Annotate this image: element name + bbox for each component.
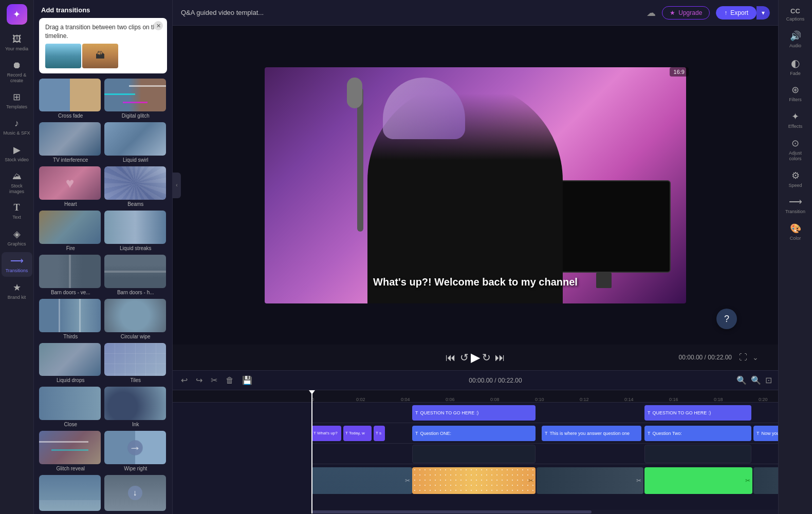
- transition-barn-doors-v[interactable]: Barn doors - ve...: [39, 255, 102, 297]
- header-actions: ☁ ★ Upgrade ↑ Export ▾: [647, 6, 770, 20]
- export-dropdown-button[interactable]: ▾: [756, 6, 770, 20]
- title-clip-2[interactable]: T QUESTION TO GO HERE :): [644, 405, 751, 421]
- sidebar-item-stock-video[interactable]: ▶ Stock video: [2, 141, 32, 166]
- transition-icon: ⟶: [789, 196, 802, 207]
- right-nav-label: Captions: [786, 16, 805, 22]
- fullscreen-button[interactable]: ⛶: [739, 353, 747, 362]
- video-clip-2[interactable]: ✂: [412, 467, 536, 494]
- subtitle-clip-4[interactable]: T Question ONE:: [412, 426, 536, 441]
- captions-icon: CC: [790, 7, 800, 15]
- subtitle-clip-2[interactable]: T Today, w: [343, 426, 372, 441]
- sidebar-item-stock-images[interactable]: ⛰ Stock images: [2, 168, 32, 198]
- video-clip-1[interactable]: ✂: [311, 467, 412, 494]
- transition-heart[interactable]: ♥ Heart: [39, 166, 102, 208]
- subtitle-clip-7[interactable]: T Now you have the ha...: [753, 426, 778, 441]
- video-clip-4[interactable]: ✂: [644, 467, 752, 494]
- sidebar-item-music-sfx[interactable]: ♪ Music & SFX: [2, 115, 32, 139]
- transition-liquid-streaks[interactable]: Liquid streaks: [104, 211, 168, 253]
- skip-back-button[interactable]: ⏮: [444, 350, 458, 366]
- save-button[interactable]: 💾: [240, 374, 254, 386]
- ruler-mark-020: 0:20: [759, 397, 768, 402]
- zoom-out-button[interactable]: 🔍: [736, 375, 747, 385]
- t-icon: T: [415, 431, 418, 436]
- video-preview-area: What's up?! Welcome back to my channel 1…: [173, 26, 778, 345]
- transition-digital-glitch[interactable]: Digital glitch: [104, 79, 168, 121]
- cut-button[interactable]: ✂: [209, 374, 219, 386]
- transition-arrow-down[interactable]: ↓: [104, 475, 168, 514]
- transition-thirds[interactable]: Thirds: [39, 299, 102, 341]
- title-clip-1[interactable]: T QUESTION TO GO HERE :): [412, 405, 536, 421]
- video-clip-3[interactable]: ✂: [537, 467, 643, 494]
- panel-collapse-button[interactable]: ‹: [173, 173, 181, 198]
- play-pause-button[interactable]: ▶: [471, 350, 480, 365]
- right-nav-transition[interactable]: ⟶ Transition: [780, 193, 811, 218]
- right-nav-speed[interactable]: ⊙ Adjustcolors: [780, 135, 811, 165]
- transition-bottom[interactable]: [39, 475, 102, 514]
- right-nav-adjust-colors[interactable]: ⚙ Speed: [780, 167, 811, 192]
- timeline-scrollbar[interactable]: [311, 510, 778, 514]
- delete-button[interactable]: 🗑: [224, 375, 236, 386]
- video-preview: What's up?! Welcome back to my channel: [265, 67, 686, 303]
- sidebar-item-your-media[interactable]: 🖼 Your media: [2, 31, 32, 55]
- transition-label: Liquid streaks: [104, 244, 168, 253]
- ruler-mark-004: 0:04: [401, 397, 410, 402]
- transition-ink[interactable]: Ink: [104, 387, 168, 429]
- fit-timeline-button[interactable]: ⊡: [765, 375, 772, 385]
- subtitle-clip-1[interactable]: T What's up?: [311, 426, 341, 441]
- expand-down-icon[interactable]: ⌄: [752, 353, 759, 361]
- transition-wipe-right[interactable]: → Wipe right: [104, 431, 168, 473]
- transition-tiles[interactable]: Tiles: [104, 343, 168, 385]
- right-nav-effects[interactable]: ✦ Effects: [780, 108, 811, 132]
- sidebar-item-text[interactable]: T Text: [2, 199, 32, 223]
- transition-liquid-swirl[interactable]: Liquid swirl: [104, 122, 168, 164]
- transition-tv-interference[interactable]: TV interference: [39, 122, 102, 164]
- transition-circular-wipe[interactable]: Circular wipe: [104, 299, 168, 341]
- right-nav-color[interactable]: 🎨 Color: [780, 220, 811, 244]
- stock-images-icon: ⛰: [12, 171, 22, 182]
- title-text-2: QUESTION TO GO HERE :): [653, 410, 711, 415]
- transition-fire[interactable]: Fire: [39, 211, 102, 253]
- video-subtitle-text: What's up?! Welcome back to my channel: [373, 276, 578, 288]
- transition-glitch-reveal[interactable]: Glitch reveal: [39, 431, 102, 473]
- undo-button[interactable]: ↩: [179, 374, 190, 386]
- app-logo[interactable]: ✦: [7, 4, 27, 25]
- help-button[interactable]: ?: [716, 309, 737, 329]
- upgrade-button[interactable]: ★ Upgrade: [662, 6, 710, 20]
- record-create-icon: ⏺: [12, 60, 22, 71]
- mic-head: [347, 78, 362, 108]
- rewind-button[interactable]: ↺: [458, 349, 471, 366]
- panel-title: Add transitions: [34, 0, 172, 18]
- right-nav-filters[interactable]: ⊛ Filters: [780, 81, 811, 106]
- ruler-mark-002: 0:02: [356, 397, 365, 402]
- fast-forward-button[interactable]: ↻: [480, 349, 493, 366]
- subtitle-clip-5[interactable]: T This is where you answer question one: [542, 426, 641, 441]
- right-nav-audio[interactable]: 🔊 Audio: [780, 27, 811, 52]
- video-clip-5[interactable]: ✂: [753, 467, 778, 494]
- scrollbar-thumb[interactable]: [311, 510, 592, 513]
- transition-cross-fade[interactable]: Cross fade: [39, 79, 102, 121]
- sidebar-item-brand-kit[interactable]: ★ Brand kit: [2, 279, 32, 303]
- transition-close[interactable]: Close: [39, 387, 102, 429]
- skip-forward-button[interactable]: ⏭: [493, 350, 507, 366]
- tooltip-close-button[interactable]: ✕: [154, 21, 163, 30]
- sidebar-item-record-create[interactable]: ⏺ Record &create: [2, 57, 32, 87]
- right-nav-fade[interactable]: ◐ Fade: [780, 54, 811, 80]
- redo-button[interactable]: ↪: [194, 374, 205, 386]
- transition-barn-doors-h[interactable]: Barn doors - h...: [104, 255, 168, 297]
- empty-clip-1: [412, 445, 536, 463]
- subtitle-clip-3[interactable]: T s: [374, 426, 385, 441]
- transition-liquid-drops[interactable]: Liquid drops: [39, 343, 102, 385]
- right-nav-captions[interactable]: CC Captions: [780, 4, 811, 25]
- cloud-sync-icon[interactable]: ☁: [647, 7, 656, 18]
- transition-beams[interactable]: Beams: [104, 166, 168, 208]
- sidebar-item-transitions[interactable]: ⟶ Transitions: [2, 252, 32, 277]
- title-icon-1: T: [415, 410, 418, 415]
- export-button[interactable]: ↑ Export: [716, 6, 756, 20]
- right-nav-label: Color: [790, 236, 801, 241]
- transition-thumb: [39, 475, 101, 511]
- transition-thumb: [39, 211, 101, 244]
- sidebar-item-graphics[interactable]: ◈ Graphics: [2, 225, 32, 250]
- sidebar-item-templates[interactable]: ⊞ Templates: [2, 88, 32, 113]
- subtitle-clip-6[interactable]: T Question Two:: [644, 426, 751, 441]
- zoom-in-button[interactable]: 🔍: [751, 375, 761, 385]
